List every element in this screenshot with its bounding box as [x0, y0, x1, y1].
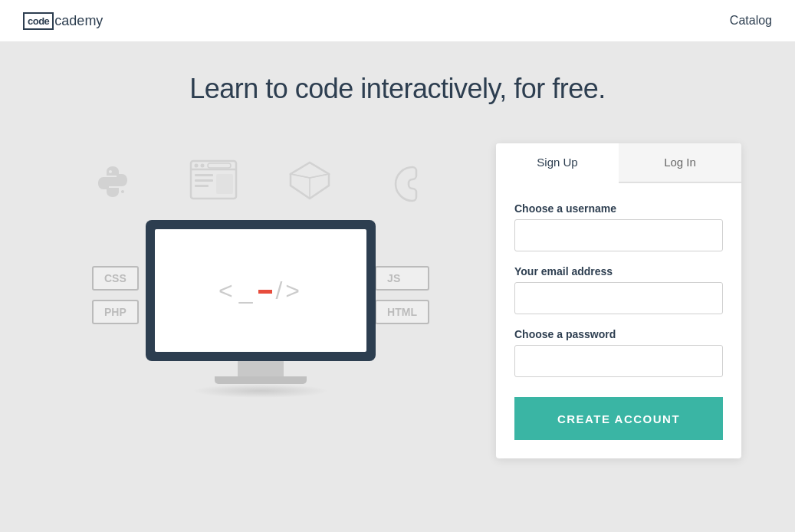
cursor [258, 290, 272, 294]
monitor-container: CSS PHP < _ /> [54, 220, 468, 398]
username-group: Choose a username [514, 202, 723, 251]
signup-form: Sign Up Log In Choose a username Your em… [496, 143, 741, 458]
form-body: Choose a username Your email address Cho… [496, 183, 741, 458]
monitor-shadow [192, 384, 330, 398]
phone-icon [382, 159, 428, 205]
header: code cademy Catalog [0, 0, 795, 42]
svg-rect-5 [195, 174, 213, 176]
main-content: CSS PHP < _ /> [23, 143, 772, 458]
tab-login[interactable]: Log In [619, 143, 741, 183]
email-input[interactable] [514, 282, 723, 314]
logo-code: code [23, 12, 54, 30]
hero-section: Learn to code interactively, for free. [0, 42, 795, 532]
nav-catalog-link[interactable]: Catalog [730, 14, 772, 28]
svg-line-12 [310, 174, 329, 178]
form-tabs: Sign Up Log In [496, 143, 741, 183]
js-badge: JS [375, 266, 429, 291]
svg-rect-8 [216, 174, 233, 194]
monitor-stand [238, 361, 284, 376]
password-label: Choose a password [514, 328, 723, 340]
password-input[interactable] [514, 345, 723, 377]
monitor-screen: < _ /> [155, 229, 366, 352]
python-icon [94, 159, 140, 205]
browser-icon [189, 159, 238, 201]
svg-point-3 [200, 164, 204, 168]
side-labels-left: CSS PHP [92, 266, 139, 324]
password-group: Choose a password [514, 328, 723, 377]
tab-signup[interactable]: Sign Up [496, 143, 619, 183]
email-group: Your email address [514, 265, 723, 314]
svg-line-11 [291, 174, 310, 178]
create-account-button[interactable]: CREATE ACCOUNT [514, 397, 723, 440]
hero-title: Learn to code interactively, for free. [23, 73, 772, 105]
monitor-assembly: < _ /> [146, 220, 376, 398]
email-label: Your email address [514, 265, 723, 277]
php-badge: PHP [92, 300, 139, 324]
side-labels-right: JS HTML [375, 266, 429, 324]
username-label: Choose a username [514, 202, 723, 215]
logo-rest: cademy [54, 13, 103, 29]
css-badge: CSS [92, 266, 139, 291]
html-badge: HTML [375, 300, 429, 324]
svg-point-2 [194, 164, 198, 168]
code-prompt: < _ /> [218, 277, 303, 305]
illustration: CSS PHP < _ /> [54, 143, 468, 398]
svg-rect-7 [195, 185, 209, 187]
svg-rect-4 [208, 163, 231, 168]
top-icons [54, 159, 468, 205]
diamond-icon [287, 159, 333, 201]
logo: code cademy [23, 12, 103, 30]
username-input[interactable] [514, 219, 723, 251]
monitor: < _ /> [146, 220, 376, 361]
svg-rect-6 [195, 179, 213, 182]
monitor-base [215, 376, 307, 384]
